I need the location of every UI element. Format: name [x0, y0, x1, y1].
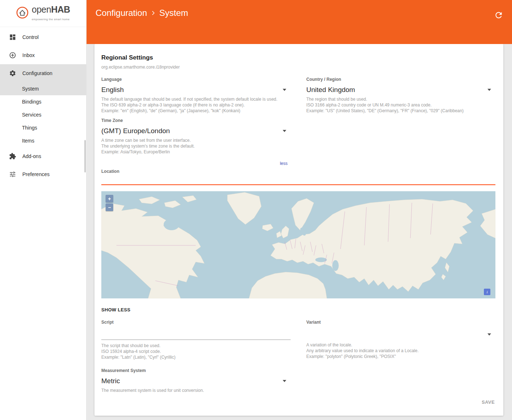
puzzle-icon	[9, 153, 16, 160]
map-zoom-controls: + −	[106, 195, 113, 211]
breadcrumb-configuration[interactable]: Configuration	[96, 8, 147, 18]
country-field: Country / Region United Kingdom The regi…	[306, 77, 496, 114]
sidebar-item-addons[interactable]: Add-ons	[0, 147, 86, 165]
variant-select[interactable]	[306, 329, 496, 340]
map-attribution-button[interactable]: i	[484, 289, 490, 295]
variant-field: Variant A variation of the locale. Any a…	[306, 320, 496, 360]
configuration-submenu: System Bindings Services Things Items	[0, 82, 86, 147]
measurement-select[interactable]: Metric	[101, 376, 291, 386]
country-description: The region that should be used. ISO 3166…	[306, 96, 496, 114]
timezone-field: Time Zone (GMT) Europe/London A time zon…	[101, 118, 291, 166]
location-map[interactable]: + − i	[101, 191, 495, 298]
sidebar-item-label: Add-ons	[22, 153, 41, 159]
sidebar-subitem-label: Things	[22, 125, 37, 131]
script-field: Script The script that should be used. I…	[101, 320, 291, 360]
service-id: org.eclipse.smarthome.core.i18nprovider	[101, 65, 495, 70]
sidebar-item-control[interactable]: Control	[0, 28, 86, 46]
app-logo[interactable]: openHAB empowering the smart home	[0, 0, 86, 27]
location-label: Location	[101, 169, 495, 174]
country-select[interactable]: United Kingdom	[306, 84, 496, 95]
timezone-select[interactable]: (GMT) Europe/London	[101, 126, 291, 136]
sidebar-item-system[interactable]: System	[0, 82, 86, 95]
zoom-in-button[interactable]: +	[106, 195, 113, 202]
breadcrumb-system[interactable]: System	[159, 8, 188, 18]
page-title: Regional Settings	[101, 54, 495, 61]
measurement-description: The measurement system is used for unit …	[101, 388, 291, 393]
dashboard-icon	[9, 34, 16, 41]
sidebar-item-inbox[interactable]: Inbox	[0, 46, 86, 64]
sidebar-item-things[interactable]: Things	[0, 121, 86, 134]
timezone-description: A time zone can be set from the user int…	[101, 137, 291, 155]
breadcrumb: Configuration System	[96, 8, 188, 18]
scrollbar-thumb[interactable]	[84, 140, 86, 172]
sidebar-item-label: Configuration	[22, 70, 52, 76]
sidebar-item-services[interactable]: Services	[0, 108, 86, 121]
logo-text: openHAB empowering the smart home	[32, 5, 70, 22]
app-header: Configuration System	[87, 0, 512, 44]
chevron-down-icon	[487, 333, 491, 336]
less-link[interactable]: less	[280, 161, 287, 166]
sidebar-item-items[interactable]: Items	[0, 134, 86, 147]
chevron-down-icon	[487, 89, 491, 91]
country-label: Country / Region	[306, 77, 496, 82]
timezone-label: Time Zone	[101, 118, 291, 123]
measurement-field: Measurement System Metric The measuremen…	[101, 368, 291, 393]
language-label: Language	[101, 77, 291, 82]
chevron-down-icon	[283, 380, 286, 382]
script-description: The script that should be used. ISO 1592…	[101, 343, 291, 360]
world-map-image	[101, 191, 495, 298]
sidebar-subitem-label: System	[22, 86, 39, 92]
show-less-button[interactable]: SHOW LESS	[101, 307, 131, 312]
content-area: Regional Settings org.eclipse.smarthome.…	[87, 44, 512, 420]
language-description: The default language that should be used…	[101, 96, 291, 114]
sidebar-item-label: Inbox	[22, 52, 35, 58]
chevron-right-icon	[150, 10, 156, 16]
sidebar-item-label: Preferences	[22, 171, 49, 177]
openhab-logo-icon	[16, 6, 29, 21]
sidebar-item-configuration[interactable]: Configuration	[0, 64, 86, 82]
variant-label: Variant	[306, 320, 496, 325]
add-circle-icon	[9, 52, 16, 59]
measurement-label: Measurement System	[101, 368, 291, 373]
chevron-down-icon	[283, 89, 286, 91]
script-input[interactable]	[101, 329, 291, 340]
country-value: United Kingdom	[306, 86, 355, 94]
sidebar-item-bindings[interactable]: Bindings	[0, 95, 86, 108]
refresh-button[interactable]	[494, 10, 503, 20]
refresh-icon	[494, 16, 503, 21]
chevron-down-icon	[283, 130, 286, 132]
sidebar-subitem-label: Bindings	[22, 99, 41, 105]
zoom-out-button[interactable]: −	[106, 204, 113, 211]
sidebar-menu: Control Inbox Configuration System Bindi…	[0, 27, 86, 183]
timezone-value: (GMT) Europe/London	[101, 127, 170, 135]
sidebar-subitem-label: Items	[22, 138, 34, 144]
sidebar-item-label: Control	[22, 34, 39, 40]
logo-word-open: open	[32, 4, 51, 14]
sidebar-subitem-label: Services	[22, 112, 41, 118]
save-button[interactable]: SAVE	[482, 399, 495, 405]
script-label: Script	[101, 320, 291, 325]
tune-icon	[9, 171, 16, 178]
sidebar: openHAB empowering the smart home Contro…	[0, 0, 87, 420]
measurement-value: Metric	[101, 377, 120, 385]
logo-tagline: empowering the smart home	[32, 18, 70, 21]
regional-settings-card: Regional Settings org.eclipse.smarthome.…	[94, 44, 503, 416]
logo-word-hab: HAB	[51, 4, 70, 14]
language-field: Language English The default language th…	[101, 77, 291, 114]
language-value: English	[101, 86, 124, 94]
sidebar-item-preferences[interactable]: Preferences	[0, 165, 86, 183]
location-input[interactable]	[101, 174, 495, 185]
language-select[interactable]: English	[101, 84, 291, 95]
variant-description: A variation of the locale. Any arbitrary…	[306, 342, 496, 359]
gear-icon	[9, 70, 16, 77]
